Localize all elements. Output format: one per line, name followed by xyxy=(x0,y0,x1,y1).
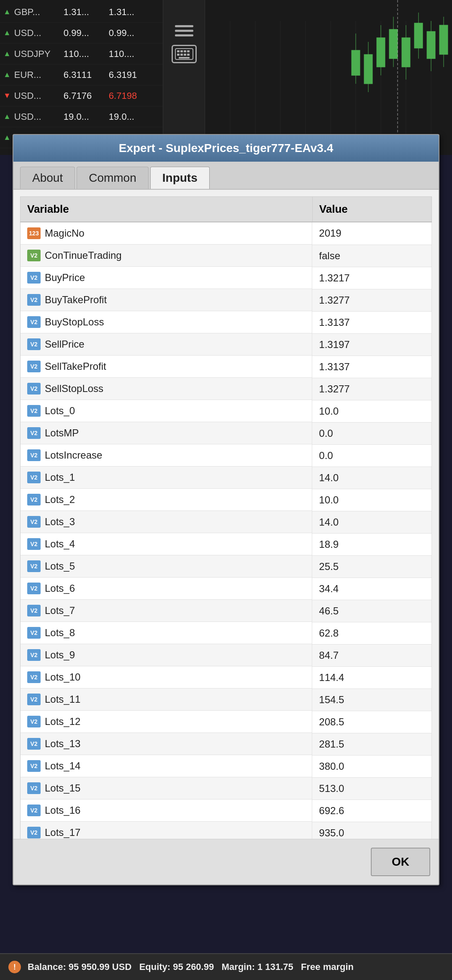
arrow-icon: ▲ xyxy=(3,28,11,37)
table-row[interactable]: V2 BuyTakeProfit 1.3277 xyxy=(21,289,432,311)
table-row[interactable]: V2 Lots_9 84.7 xyxy=(21,644,432,666)
table-row[interactable]: V2 SellStopLoss 1.3277 xyxy=(21,378,432,400)
table-row[interactable]: V2 Lots_14 380.0 xyxy=(21,755,432,777)
value-cell[interactable]: 10.0 xyxy=(312,400,431,422)
var-icon: V2 xyxy=(27,805,41,816)
svg-rect-4 xyxy=(187,50,190,52)
table-row[interactable]: V2 BuyStopLoss 1.3137 xyxy=(21,311,432,333)
table-row[interactable]: V2 LotsMP 0.0 xyxy=(21,422,432,444)
table-row[interactable]: V2 Lots_1 14.0 xyxy=(21,467,432,489)
value-cell[interactable]: 935.0 xyxy=(312,822,431,839)
table-row[interactable]: V2 Lots_16 692.6 xyxy=(21,799,432,822)
table-row[interactable]: V2 Lots_10 114.4 xyxy=(21,666,432,689)
value-cell[interactable]: 18.9 xyxy=(312,533,431,555)
table-row[interactable]: V2 Lots_5 25.5 xyxy=(21,555,432,578)
table-row[interactable]: V2 Lots_11 154.5 xyxy=(21,689,432,711)
value-cell[interactable]: 62.8 xyxy=(312,622,431,644)
keyboard-icon[interactable] xyxy=(172,45,197,63)
status-icon: ! xyxy=(8,961,21,973)
market-val1: 6.3111 xyxy=(64,70,105,80)
variable-cell: V2 LotsMP xyxy=(21,422,312,444)
value-cell[interactable]: 34.4 xyxy=(312,578,431,600)
value-cell[interactable]: 2019 xyxy=(312,222,431,245)
table-row[interactable]: V2 BuyPrice 1.3217 xyxy=(21,267,432,289)
svg-rect-31 xyxy=(414,23,423,48)
market-row[interactable]: ▲ USDJPY 110.... 110.... xyxy=(0,44,163,64)
table-row[interactable]: V2 Lots_17 935.0 xyxy=(21,822,432,839)
value-cell[interactable]: 0.0 xyxy=(312,444,431,467)
value-cell[interactable]: 1.3217 xyxy=(312,267,431,289)
variable-name: Lots_13 xyxy=(45,738,80,750)
svg-rect-7 xyxy=(184,54,186,56)
table-row[interactable]: V2 SellTakeProfit 1.3137 xyxy=(21,356,432,378)
variable-name: Lots_17 xyxy=(45,827,80,838)
table-row[interactable]: V2 Lots_12 208.5 xyxy=(21,711,432,733)
variable-cell: V2 Lots_5 xyxy=(21,555,312,578)
market-val2: 0.99... xyxy=(109,28,151,39)
market-row[interactable]: ▲ USD... 19.0... 19.0... xyxy=(0,106,163,127)
variable-cell: V2 Lots_6 xyxy=(21,578,312,600)
table-row[interactable]: V2 Lots_7 46.5 xyxy=(21,600,432,622)
table-row[interactable]: V2 ConTinueTrading false xyxy=(21,245,432,267)
value-cell[interactable]: 380.0 xyxy=(312,755,431,777)
table-row[interactable]: V2 LotsIncrease 0.0 xyxy=(21,444,432,467)
variable-cell: V2 Lots_4 xyxy=(21,533,312,555)
market-row[interactable]: ▲ EUR... 6.3111 6.3191 xyxy=(0,64,163,85)
value-cell[interactable]: 84.7 xyxy=(312,644,431,666)
tab-about[interactable]: About xyxy=(20,167,75,189)
dialog-content: Variable Value 123 MagicNo 2019 V2 ConTi… xyxy=(13,190,439,839)
svg-rect-3 xyxy=(184,50,186,52)
value-cell[interactable]: 154.5 xyxy=(312,689,431,711)
value-cell[interactable]: 46.5 xyxy=(312,600,431,622)
variable-name: Lots_15 xyxy=(45,782,80,794)
status-bar: ! Balance: 95 950.99 USD Equity: 95 260.… xyxy=(0,953,452,980)
table-row[interactable]: V2 Lots_15 513.0 xyxy=(21,777,432,799)
table-row[interactable]: 123 MagicNo 2019 xyxy=(21,222,432,245)
market-val2: 19.0... xyxy=(109,111,151,122)
variable-cell: V2 Lots_15 xyxy=(21,777,312,799)
value-cell[interactable]: 1.3137 xyxy=(312,356,431,378)
table-row[interactable]: V2 Lots_4 18.9 xyxy=(21,533,432,555)
tab-common[interactable]: Common xyxy=(77,167,149,189)
variable-name: ConTinueTrading xyxy=(45,250,122,261)
var-icon: V2 xyxy=(27,782,41,794)
dialog-footer: OK xyxy=(13,839,439,885)
table-row[interactable]: V2 Lots_13 281.5 xyxy=(21,733,432,755)
var-icon: V2 xyxy=(27,694,41,705)
arrow-icon: ▲ xyxy=(3,70,11,79)
var-icon: V2 xyxy=(27,583,41,594)
hamburger-icon[interactable] xyxy=(175,25,193,36)
ok-button[interactable]: OK xyxy=(371,848,430,876)
market-row[interactable]: ▲ GBP... 1.31... 1.31... xyxy=(0,2,163,23)
market-val2: 6.7198 xyxy=(109,90,151,101)
value-cell[interactable]: 1.3137 xyxy=(312,311,431,333)
value-cell[interactable]: 14.0 xyxy=(312,511,431,533)
tab-inputs[interactable]: Inputs xyxy=(150,167,210,189)
value-cell[interactable]: 1.3277 xyxy=(312,289,431,311)
table-row[interactable]: V2 Lots_2 10.0 xyxy=(21,489,432,511)
table-row[interactable]: V2 Lots_0 10.0 xyxy=(21,400,432,422)
value-cell[interactable]: 10.0 xyxy=(312,489,431,511)
value-cell[interactable]: 208.5 xyxy=(312,711,431,733)
table-row[interactable]: V2 Lots_6 34.4 xyxy=(21,578,432,600)
table-row[interactable]: V2 Lots_8 62.8 xyxy=(21,622,432,644)
value-cell[interactable]: 114.4 xyxy=(312,666,431,689)
value-cell[interactable]: 14.0 xyxy=(312,467,431,489)
expert-dialog: Expert - SuplexPrices_tiger777-EAv3.4 Ab… xyxy=(13,134,439,885)
value-cell[interactable]: false xyxy=(312,245,431,267)
arrow-icon: ▲ xyxy=(3,49,11,58)
value-cell[interactable]: 281.5 xyxy=(312,733,431,755)
variable-name: LotsIncrease xyxy=(45,449,102,461)
market-row[interactable]: ▲ USD... 0.99... 0.99... xyxy=(0,23,163,44)
variable-name: Lots_0 xyxy=(45,405,75,417)
value-cell[interactable]: 1.3277 xyxy=(312,378,431,400)
value-cell[interactable]: 0.0 xyxy=(312,422,431,444)
value-cell[interactable]: 1.3197 xyxy=(312,333,431,356)
value-cell[interactable]: 513.0 xyxy=(312,777,431,799)
market-row[interactable]: ▼ USD... 6.7176 6.7198 xyxy=(0,85,163,106)
value-cell[interactable]: 692.6 xyxy=(312,799,431,822)
table-row[interactable]: V2 Lots_3 14.0 xyxy=(21,511,432,533)
col-variable: Variable xyxy=(21,197,313,222)
table-row[interactable]: V2 SellPrice 1.3197 xyxy=(21,333,432,356)
value-cell[interactable]: 25.5 xyxy=(312,555,431,578)
